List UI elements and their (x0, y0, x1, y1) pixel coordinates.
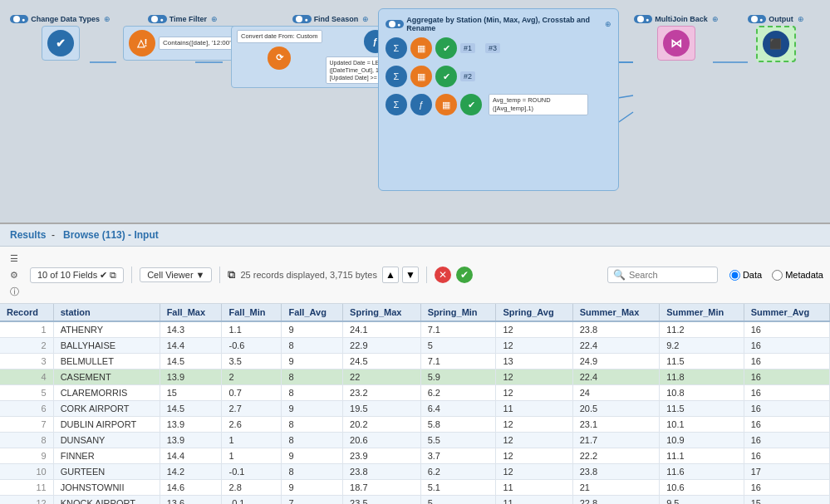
table-row[interactable]: 4 CASEMENT 13.9 2 8 22 5.9 12 22.4 11.8 … (0, 369, 830, 385)
toolbar-sep-2 (219, 267, 220, 283)
table-row[interactable]: 7 DUBLIN AIRPORT 13.9 2.6 8 20.2 5.8 12 … (0, 417, 830, 433)
search-input[interactable] (629, 270, 712, 280)
col-spring-min: Spring_Min (420, 304, 496, 321)
data-radio[interactable]: Data (729, 270, 762, 281)
col-station: station (53, 304, 160, 321)
agg-sum-icon-1: Σ (386, 37, 407, 59)
node-expand-agg[interactable]: ⊕ (605, 20, 611, 28)
agg-table-icon-3: ▦ (435, 94, 457, 115)
nav-up-button[interactable]: ▲ (382, 267, 399, 283)
table-row[interactable]: 12 KNOCK AIRPORT 13.6 -0.1 7 23.5 5 11 2… (0, 496, 830, 505)
cell-fall-avg: 8 (282, 433, 343, 448)
cell-summer-min: 11.5 (660, 354, 744, 369)
cell-summer-min: 11.8 (660, 369, 744, 385)
search-box[interactable]: 🔍 (607, 267, 718, 283)
table-row[interactable]: 5 CLAREMORRIS 15 0.7 8 23.2 6.2 12 24 10… (0, 385, 830, 401)
confirm-button[interactable]: ✔ (456, 267, 473, 283)
cell-fall-avg: 9 (282, 448, 343, 464)
cell-fall-min: 3.5 (222, 354, 282, 369)
cell-fall-min: 2.6 (222, 417, 282, 433)
cell-viewer-button[interactable]: Cell Viewer ▼ (140, 267, 212, 282)
cell-spring-avg: 12 (496, 338, 572, 354)
metadata-label: Metadata (785, 270, 823, 280)
table-row[interactable]: 1 ATHENRY 14.3 1.1 9 24.1 7.1 12 23.8 11… (0, 321, 830, 338)
cell-fall-avg: 7 (282, 496, 343, 505)
node-time-filter[interactable]: ● Time Filter ⊕ △! Contains([date], '12:… (123, 15, 243, 61)
cell-record: 5 (0, 385, 53, 401)
cell-record: 10 (0, 464, 53, 480)
node-toggle-output[interactable]: ● (748, 15, 766, 23)
node-expand-output[interactable]: ⊕ (798, 15, 804, 23)
node-output[interactable]: ● Output ⊕ ⬛ (748, 15, 804, 62)
cell-fall-avg: 8 (282, 464, 343, 480)
node-expand-season[interactable]: ⊕ (362, 15, 369, 23)
cell-summer-max: 23.8 (572, 464, 659, 480)
node-toggle-change[interactable]: ● (10, 15, 28, 23)
table-row[interactable]: 6 CORK AIRPORT 14.5 2.7 9 19.5 6.4 11 20… (0, 401, 830, 417)
cell-summer-max: 24 (572, 385, 659, 401)
cell-fall-avg: 9 (282, 480, 343, 496)
node-expand-change[interactable]: ⊕ (104, 15, 111, 23)
cell-fall-max: 14.4 (160, 448, 222, 464)
clear-button[interactable]: ✕ (435, 267, 451, 283)
agg-label-1: #1 (460, 43, 475, 53)
cell-summer-max: 22.4 (572, 369, 659, 385)
cell-spring-max: 18.7 (343, 480, 421, 496)
cell-spring-min: 5 (420, 496, 496, 505)
cell-station: CLAREMORRIS (53, 385, 160, 401)
cell-station: BALLYHAISE (53, 338, 160, 354)
node-toggle-agg[interactable]: ● (386, 20, 404, 28)
node-toggle-season[interactable]: ● (292, 15, 311, 23)
data-table-container[interactable]: Record station Fall_Max Fall_Min Fall_Av… (0, 304, 830, 504)
toolbar-menu-icon[interactable]: ☰ (7, 251, 22, 266)
copy-icon: ⧉ (110, 270, 116, 281)
node-change-data-types[interactable]: ● Change Data Types ⊕ ✔ (10, 15, 111, 61)
cell-station: CORK AIRPORT (53, 401, 160, 417)
copy-icon-2[interactable]: ⧉ (228, 268, 235, 281)
table-row[interactable]: 9 FINNER 14.4 1 9 23.9 3.7 12 22.2 11.1 … (0, 448, 830, 464)
agg-check-icon-2: ✔ (435, 66, 457, 87)
cell-station: CASEMENT (53, 369, 160, 385)
output-icon: ⬛ (763, 31, 789, 57)
cell-fall-min: 0.7 (222, 385, 282, 401)
cell-spring-max: 23.8 (343, 464, 421, 480)
cell-summer-avg: 16 (744, 385, 829, 401)
toolbar-settings-icon[interactable]: ⚙ (7, 267, 22, 282)
node-toggle-time[interactable]: ● (148, 15, 166, 23)
cell-fall-max: 15 (160, 385, 222, 401)
node-expand-multijoin[interactable]: ⊕ (712, 15, 719, 23)
col-spring-avg: Spring_Avg (496, 304, 572, 321)
table-row[interactable]: 10 GURTEEN 14.2 -0.1 8 23.8 6.2 12 23.8 … (0, 464, 830, 480)
cell-station: ATHENRY (53, 321, 160, 338)
col-summer-max: Summer_Max (572, 304, 659, 321)
results-title: Results (10, 229, 46, 241)
table-row[interactable]: 3 BELMULLET 14.5 3.5 9 24.5 7.1 13 24.9 … (0, 354, 830, 369)
table-row[interactable]: 11 JOHNSTOWNII 14.6 2.8 9 18.7 5.1 11 21… (0, 480, 830, 496)
table-row[interactable]: 8 DUNSANY 13.9 1 8 20.6 5.5 12 21.7 10.9… (0, 433, 830, 448)
view-toggle: Data Metadata (729, 270, 823, 281)
table-row[interactable]: 2 BALLYHAISE 14.4 -0.6 8 22.9 5 12 22.4 … (0, 338, 830, 354)
cell-spring-max: 19.5 (343, 401, 421, 417)
toolbar-info-icon[interactable]: ⓘ (7, 284, 22, 299)
agg-multijoin-label: #3 (485, 43, 500, 53)
fields-button[interactable]: 10 of 10 Fields ✔ ⧉ (30, 267, 124, 283)
cell-fall-max: 14.2 (160, 464, 222, 480)
node-multijoin[interactable]: ● MultiJoin Back ⊕ ⋈ (634, 15, 719, 61)
cell-fall-avg: 8 (282, 385, 343, 401)
col-record: Record (0, 304, 53, 321)
cell-fall-min: -0.1 (222, 464, 282, 480)
cell-spring-avg: 12 (496, 369, 572, 385)
cell-spring-max: 22.9 (343, 338, 421, 354)
cell-spring-min: 5 (420, 338, 496, 354)
node-toggle-multijoin[interactable]: ● (634, 15, 652, 23)
metadata-radio[interactable]: Metadata (772, 270, 823, 281)
cell-fall-max: 13.9 (160, 369, 222, 385)
nav-down-button[interactable]: ▼ (402, 267, 419, 283)
cell-spring-avg: 12 (496, 385, 572, 401)
cell-spring-max: 24.1 (343, 321, 421, 338)
cell-summer-avg: 16 (744, 448, 829, 464)
node-expand-time[interactable]: ⊕ (211, 15, 218, 23)
cell-fall-min: 2.7 (222, 401, 282, 417)
cell-record: 9 (0, 448, 53, 464)
cell-fall-min: 2.8 (222, 480, 282, 496)
